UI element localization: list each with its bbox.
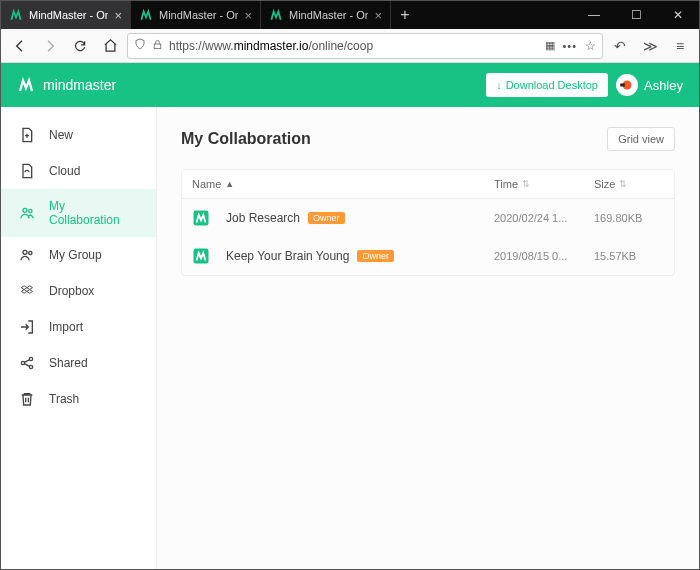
column-header-size[interactable]: Size ⇅ [594,178,664,190]
mindmaster-favicon-icon [269,8,283,22]
new-tab-button[interactable]: + [391,1,419,29]
reload-icon [73,39,87,53]
sidebar-item-label: Import [49,320,83,334]
close-window-button[interactable]: ✕ [657,1,699,29]
mindmaster-favicon-icon [139,8,153,22]
sidebar-item-my-collaboration[interactable]: My Collaboration [1,189,156,237]
sidebar-item-new[interactable]: New [1,117,156,153]
forward-button[interactable] [37,33,63,59]
cloud-icon [19,163,35,179]
table-row[interactable]: Job Research Owner 2020/02/24 1... 169.8… [182,199,674,237]
url-prefix: https://www. [169,39,234,53]
sidebar-item-shared[interactable]: Shared [1,345,156,381]
column-header-name[interactable]: Name ▲ [192,178,494,190]
sidebar-item-import[interactable]: Import [1,309,156,345]
url-text: https://www.mindmaster.io/online/coop [169,39,539,53]
new-icon [19,127,35,143]
browser-tab-2[interactable]: MindMaster - Online Mind M × [131,1,261,29]
home-button[interactable] [97,33,123,59]
sidebar-item-cloud[interactable]: Cloud [1,153,156,189]
sidebar-item-my-group[interactable]: My Group [1,237,156,273]
dropbox-icon [19,283,35,299]
lock-icon [152,39,163,53]
app-body: New Cloud My Collaboration My Group Drop… [1,107,699,569]
import-icon [19,319,35,335]
sidebar-item-label: Trash [49,392,79,406]
user-name: Ashley [644,78,683,93]
window-controls: — ☐ ✕ [573,1,699,29]
menu-button[interactable]: ≡ [667,33,693,59]
sidebar-item-label: New [49,128,73,142]
back-button[interactable] [7,33,33,59]
tab-label: MindMaster - Online Mind M [289,9,368,21]
sidebar-item-label: My Group [49,248,102,262]
column-label: Time [494,178,518,190]
sidebar-item-dropbox[interactable]: Dropbox [1,273,156,309]
download-icon: ↓ [496,79,502,91]
sidebar-item-label: Shared [49,356,88,370]
user-menu[interactable]: Ashley [616,74,683,96]
arrow-right-icon [42,38,58,54]
bookmark-icon[interactable]: ☆ [585,39,596,53]
file-time: 2019/08/15 0... [494,250,594,262]
group-icon [19,247,35,263]
close-icon[interactable]: × [374,8,382,23]
browser-tab-1[interactable]: MindMaster - Online Mind M × [1,1,131,29]
sidebar-item-trash[interactable]: Trash [1,381,156,417]
brand[interactable]: mindmaster [17,76,116,94]
url-bar[interactable]: https://www.mindmaster.io/online/coop ▦ … [127,33,603,59]
reader-icon[interactable]: ▦ [545,39,554,52]
column-label: Name [192,178,221,190]
mindmap-file-icon [192,247,210,265]
avatar [616,74,638,96]
brand-logo-icon [17,76,35,94]
main-head: My Collaboration Grid view [181,127,675,151]
brand-name: mindmaster [43,77,116,93]
browser-tabs: MindMaster - Online Mind M × MindMaster … [1,1,573,29]
sort-icon: ⇅ [522,179,530,189]
maximize-button[interactable]: ☐ [615,1,657,29]
sidebar-item-label: Dropbox [49,284,94,298]
svg-point-4 [23,208,27,212]
sidebar: New Cloud My Collaboration My Group Drop… [1,107,157,569]
sidebar-item-label: Cloud [49,164,80,178]
undo-button[interactable]: ↶ [607,33,633,59]
tab-label: MindMaster - Online Mind M [159,9,238,21]
arrow-left-icon [12,38,28,54]
file-name: Job Research [226,211,300,225]
overflow-button[interactable]: ≫ [637,33,663,59]
sort-asc-icon: ▲ [225,179,234,189]
avatar-icon [618,76,636,94]
browser-navbar: https://www.mindmaster.io/online/coop ▦ … [1,29,699,63]
shared-icon [19,355,35,371]
column-header-time[interactable]: Time ⇅ [494,178,594,190]
file-size: 15.57KB [594,250,664,262]
download-desktop-button[interactable]: ↓ Download Desktop [486,73,608,97]
more-icon[interactable]: ••• [562,40,577,52]
minimize-button[interactable]: — [573,1,615,29]
table-row[interactable]: Keep Your Brain Young Owner 2019/08/15 0… [182,237,674,275]
owner-badge: Owner [357,250,394,262]
grid-view-button[interactable]: Grid view [607,127,675,151]
mindmaster-favicon-icon [9,8,23,22]
svg-rect-3 [620,84,625,87]
app: mindmaster ↓ Download Desktop Ashley New… [1,63,699,569]
sidebar-item-label: My Collaboration [49,199,138,227]
page-title: My Collaboration [181,130,311,148]
home-icon [103,38,118,53]
url-domain: mindmaster.io [234,39,309,53]
owner-badge: Owner [308,212,345,224]
column-label: Size [594,178,615,190]
collaboration-icon [19,205,35,221]
svg-point-7 [29,251,32,254]
close-icon[interactable]: × [244,8,252,23]
mindmap-file-icon [192,209,210,227]
svg-point-6 [23,250,27,254]
svg-rect-0 [154,44,160,49]
url-path: /online/coop [308,39,373,53]
file-size: 169.80KB [594,212,664,224]
browser-tab-3[interactable]: MindMaster - Online Mind M × [261,1,391,29]
reload-button[interactable] [67,33,93,59]
close-icon[interactable]: × [114,8,122,23]
file-time: 2020/02/24 1... [494,212,594,224]
